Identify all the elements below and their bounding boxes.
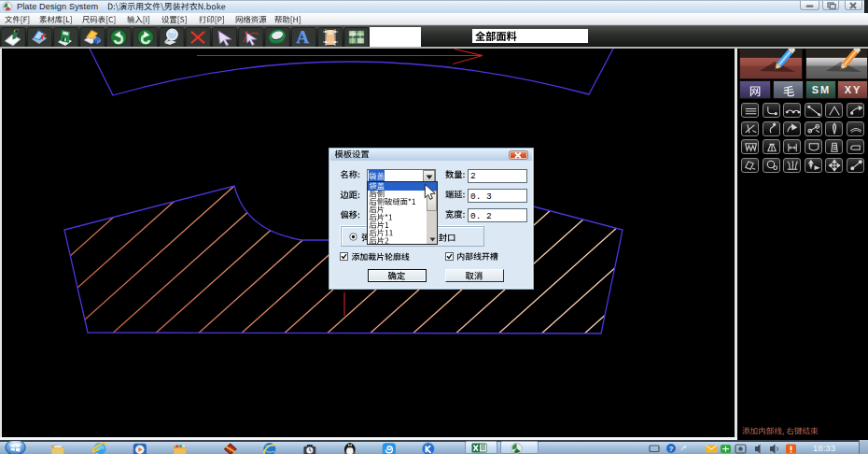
svg-text:A: A bbox=[297, 27, 310, 47]
